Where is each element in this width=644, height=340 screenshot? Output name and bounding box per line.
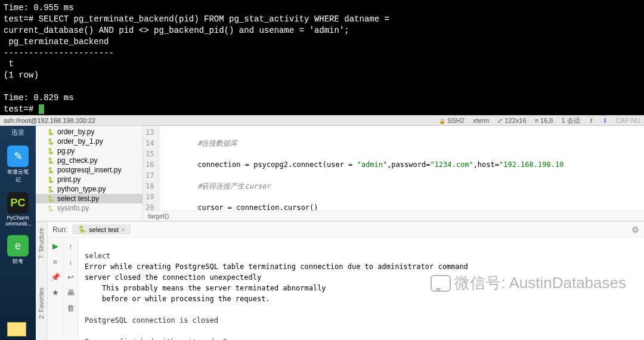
terminal-line: ---------------------- [4, 48, 114, 58]
gear-icon[interactable]: ⚙ [631, 225, 639, 234]
desktop-icon-ruankao[interactable]: e软考 [5, 235, 30, 265]
desktop-icon-xunlei[interactable]: 迅雷 [5, 128, 30, 137]
python-file-icon: 🐍 [47, 147, 55, 155]
terminal-cursor-icon [39, 104, 44, 114]
terminal-line: current_database() AND pid <> pg_backend… [4, 26, 349, 35]
project-tree[interactable]: 🐍order_by.py 🐍order_by_1.py 🐍pg.py 🐍pg_c… [36, 126, 143, 221]
code-line: #获得连接产生cursor [163, 181, 564, 191]
python-file-icon: 🐍 [47, 156, 55, 165]
file-item[interactable]: 🐍python_type.py [36, 184, 143, 194]
file-item[interactable]: 🐍pg_check.py [36, 156, 143, 165]
terminal-prompt: test=# [4, 104, 39, 114]
ssh-address: ssh://root@192.168.198.100:22 [4, 117, 439, 124]
stop-button[interactable]: ■ [51, 256, 60, 266]
soft-wrap-icon[interactable]: ↩ [66, 272, 76, 282]
file-item[interactable]: 🐍order_by.py [36, 127, 143, 137]
python-file-icon: 🐍 [47, 128, 55, 136]
structure-tab[interactable]: 7: Structure [37, 225, 46, 261]
side-tool-tabs: 7: Structure 2: Favorites [36, 222, 48, 340]
ssh-protocol: SSH2 [439, 117, 465, 124]
editor[interactable]: 1314151617181920 #连接数据库 connection = psy… [143, 126, 644, 221]
terminal-line: Time: 0.829 ms [4, 93, 74, 103]
desktop-icon-youdao[interactable]: ✎有道云笔记 [5, 146, 30, 184]
run-header: Run: 🐍select test × ⚙ [48, 222, 644, 237]
terminal-line: Time: 0.955 ms [4, 3, 74, 13]
terminal-line: pg_terminate_backend [4, 37, 109, 47]
code-line: #连接数据库 [163, 138, 564, 149]
terminal-line: (1 row) [4, 70, 39, 80]
breadcrumb[interactable]: target() [143, 211, 644, 221]
file-item[interactable]: 🐍pg.py [36, 146, 143, 156]
scroll-down-icon[interactable]: ↓ [66, 256, 76, 266]
python-file-icon: 🐍 [47, 194, 55, 203]
console-exit-line: Process finished with exit code 0 [85, 338, 227, 340]
ide-window: 🐍order_by.py 🐍order_by_1.py 🐍pg.py 🐍pg_c… [36, 126, 644, 340]
python-file-icon: 🐍 [47, 175, 55, 184]
ssh-term-size: ⤢ 122x16 [497, 117, 526, 125]
python-file-icon: 🐍 [78, 225, 86, 233]
console-line: before or while processing the request. [85, 295, 270, 303]
python-file-icon: 🐍 [47, 185, 55, 193]
code-lines[interactable]: #连接数据库 connection = psycopg2.connect(use… [159, 126, 567, 211]
python-file-icon: 🐍 [47, 166, 55, 174]
run-toolbar-primary: ▶ ■ 📌 ★ [48, 237, 63, 340]
code-line: connection = psycopg2.connect(user = "ad… [163, 159, 564, 170]
close-icon[interactable]: × [121, 226, 125, 233]
console-line: select [85, 252, 110, 260]
console-line: PostgreSQL connection is closed [85, 316, 218, 324]
file-item[interactable]: 🐍print.py [36, 175, 143, 184]
run-panel: 7: Structure 2: Favorites Run: 🐍select t… [36, 221, 644, 340]
file-item[interactable]: 🐍sysinfo.py [36, 203, 143, 213]
ssh-sessions: 1 会话 [561, 116, 580, 125]
desktop-icon-pycharm[interactable]: PCPyCharm ommuniti... [5, 192, 30, 227]
rerun-button[interactable]: ▶ [51, 241, 60, 251]
favorites-tab[interactable]: 2: Favorites [37, 285, 46, 321]
ssh-caps: CAP NU [616, 117, 640, 124]
scroll-up-icon[interactable]: ↑ [66, 241, 76, 251]
arrow-down-icon[interactable]: ⬇ [602, 117, 608, 125]
python-file-icon: 🐍 [47, 137, 55, 146]
file-item-selected[interactable]: 🐍select test.py [36, 194, 143, 203]
console-line: This probably means the server terminate… [85, 284, 326, 292]
code-line: cursor = connection.cursor() [163, 202, 564, 211]
terminal[interactable]: Time: 0.955 ms test=# SELECT pg_terminat… [0, 0, 644, 115]
trash-icon[interactable]: 🗑 [66, 303, 76, 313]
print-icon[interactable]: 🖶 [66, 288, 76, 297]
line-gutter: 1314151617181920 [143, 126, 159, 211]
run-toolbar-secondary: ↑ ↓ ↩ 🖶 🗑 [63, 237, 79, 340]
pin-icon[interactable]: 📌 [51, 272, 60, 282]
file-item[interactable]: 🐍order_by_1.py [36, 137, 143, 146]
terminal-line: t [4, 59, 14, 69]
run-config-tab[interactable]: 🐍select test × [72, 224, 131, 234]
console-line: server closed the connection unexpectedl… [85, 273, 261, 282]
ssh-statusbar: ssh://root@192.168.198.100:22 SSH2 xterm… [0, 115, 644, 126]
star-icon[interactable]: ★ [51, 288, 60, 297]
ssh-term-type: xterm [473, 117, 490, 124]
python-file-icon: 🐍 [47, 204, 55, 212]
taskbar-folder-icon[interactable] [7, 322, 26, 336]
arrow-up-icon[interactable]: ⬆ [589, 117, 594, 125]
ssh-cursor-pos: ≡ 16,8 [535, 117, 553, 124]
terminal-line: test=# SELECT pg_terminate_backend(pid) … [4, 14, 389, 24]
desktop-sidebar: 迅雷 ✎有道云笔记 PCPyCharm ommuniti... e软考 [0, 126, 36, 340]
console-line: Error while creating PostgreSQL table te… [85, 262, 468, 271]
file-item[interactable]: 🐍postgresql_insert.py [36, 165, 143, 175]
run-label: Run: [52, 225, 67, 234]
run-console[interactable]: select Error while creating PostgreSQL t… [79, 237, 644, 340]
